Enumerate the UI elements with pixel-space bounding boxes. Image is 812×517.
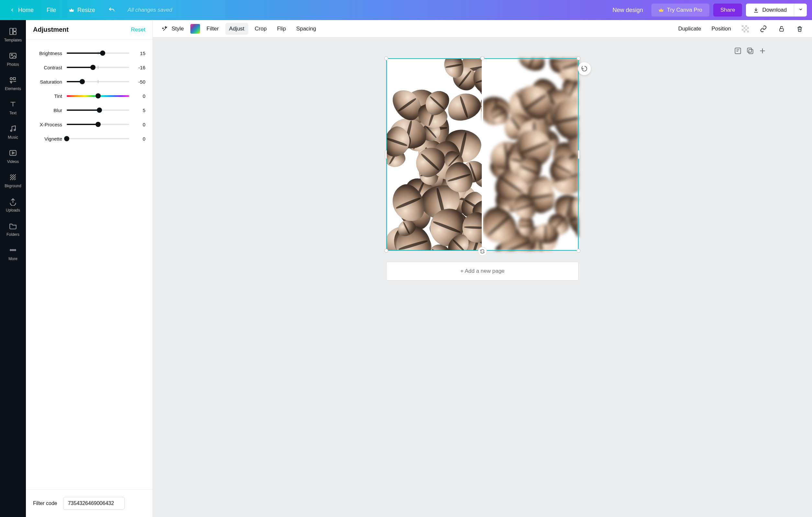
resize-handle-tr[interactable] xyxy=(577,56,581,60)
color-picker[interactable] xyxy=(191,24,200,34)
try-pro-button[interactable]: Try Canva Pro xyxy=(651,4,709,17)
slider-label: Saturation xyxy=(33,79,62,85)
filter-code-label: Filter code xyxy=(33,500,57,506)
home-button[interactable]: Home xyxy=(5,4,38,16)
position-button[interactable]: Position xyxy=(708,23,735,35)
rail-item-music[interactable]: Music xyxy=(0,120,26,144)
slider-tint: Tint0 xyxy=(33,89,145,103)
resize-handle-tm[interactable] xyxy=(481,56,484,60)
share-button[interactable]: Share xyxy=(713,4,742,17)
slider-thumb[interactable] xyxy=(64,136,69,141)
svg-rect-24 xyxy=(749,50,753,54)
svg-point-12 xyxy=(14,249,16,251)
slider-thumb[interactable] xyxy=(80,79,85,84)
filter-button[interactable]: Filter xyxy=(203,23,223,35)
slider-track[interactable] xyxy=(67,50,129,56)
svg-point-4 xyxy=(11,54,12,56)
svg-rect-6 xyxy=(13,77,16,80)
svg-rect-2 xyxy=(13,32,16,35)
resize-menu[interactable]: Resize xyxy=(64,4,100,16)
canvas-page[interactable] xyxy=(386,58,579,251)
resize-handle-tl[interactable] xyxy=(384,56,388,60)
lock-icon xyxy=(778,25,785,33)
slider-thumb[interactable] xyxy=(90,65,95,70)
reset-button[interactable]: Reset xyxy=(131,27,145,33)
adjust-button[interactable]: Adjust xyxy=(225,23,248,35)
svg-rect-18 xyxy=(742,29,744,31)
resize-handle-br[interactable] xyxy=(577,249,581,253)
svg-rect-0 xyxy=(10,28,12,35)
slider-thumb[interactable] xyxy=(100,51,105,56)
rail-item-elements[interactable]: Elements xyxy=(0,71,26,96)
slider-track[interactable] xyxy=(67,64,129,71)
rail-item-bkground[interactable]: Bkground xyxy=(0,168,26,193)
rail-label: Templates xyxy=(4,38,22,43)
slider-label: X-Process xyxy=(33,122,62,127)
slider-label: Brightness xyxy=(33,51,62,56)
page-duplicate-button[interactable] xyxy=(746,47,754,55)
top-bar: Home File Resize All changes saved New d… xyxy=(0,0,812,20)
slider-label: Tint xyxy=(33,93,62,99)
rail-item-more[interactable]: More xyxy=(0,241,26,266)
panel-title: Adjustment xyxy=(33,26,69,33)
transparency-button[interactable] xyxy=(737,22,753,35)
resize-handle-right[interactable] xyxy=(578,150,580,159)
slider-track[interactable] xyxy=(67,107,129,113)
resize-handle-bl[interactable] xyxy=(384,249,388,253)
page-notes-button[interactable] xyxy=(734,47,742,55)
new-design-button[interactable]: New design xyxy=(608,4,647,16)
download-icon xyxy=(753,7,759,13)
wand-icon xyxy=(161,25,169,33)
spacing-label: Spacing xyxy=(296,26,316,32)
flip-button[interactable]: Flip xyxy=(273,23,290,35)
download-caret[interactable] xyxy=(794,4,807,17)
filter-code-input[interactable] xyxy=(63,497,125,510)
slider-track[interactable] xyxy=(67,135,129,142)
rail-item-videos[interactable]: Videos xyxy=(0,144,26,168)
rail-item-folders[interactable]: Folders xyxy=(0,217,26,241)
page-add-button[interactable] xyxy=(758,47,767,55)
rotate-button[interactable] xyxy=(578,62,591,75)
duplicate-label: Duplicate xyxy=(678,26,701,32)
rail-label: Uploads xyxy=(6,208,20,213)
slider-thumb[interactable] xyxy=(95,122,101,127)
slider-track[interactable] xyxy=(67,78,129,85)
slider-track[interactable] xyxy=(67,121,129,128)
rail-item-text[interactable]: Text xyxy=(0,96,26,120)
slider-thumb[interactable] xyxy=(97,108,102,113)
duplicate-button[interactable]: Duplicate xyxy=(674,23,705,35)
add-page-button[interactable]: + Add a new page xyxy=(386,262,579,280)
music-icon xyxy=(9,125,17,134)
templates-icon xyxy=(9,27,17,36)
rail-label: Bkground xyxy=(4,184,21,188)
slider-track[interactable] xyxy=(67,93,129,99)
filter-label: Filter xyxy=(207,26,219,32)
rail-item-uploads[interactable]: Uploads xyxy=(0,193,26,217)
compare-divider[interactable] xyxy=(482,58,483,251)
style-button[interactable]: Style xyxy=(157,22,188,35)
rail-label: Videos xyxy=(7,159,19,164)
svg-rect-25 xyxy=(747,48,751,52)
save-status: All changes saved xyxy=(124,7,172,13)
link-button[interactable] xyxy=(756,22,771,35)
share-label: Share xyxy=(720,7,735,13)
videos-icon xyxy=(9,149,17,158)
delete-button[interactable] xyxy=(792,22,808,35)
chevron-down-icon xyxy=(799,7,803,13)
slider-label: Vignette xyxy=(33,136,62,141)
slider-thumb[interactable] xyxy=(95,93,101,99)
lock-button[interactable] xyxy=(774,22,789,35)
spacing-button[interactable]: Spacing xyxy=(292,23,320,35)
download-button[interactable]: Download xyxy=(746,4,794,17)
file-menu[interactable]: File xyxy=(42,4,61,16)
slider-label: Blur xyxy=(33,108,62,113)
undo-button[interactable] xyxy=(104,4,120,16)
resize-handle-left[interactable] xyxy=(385,150,387,159)
rail-item-photos[interactable]: Photos xyxy=(0,47,26,71)
canvas-area[interactable]: + Add a new page xyxy=(153,37,812,517)
svg-rect-20 xyxy=(744,30,746,32)
crop-button[interactable]: Crop xyxy=(251,23,271,35)
slider-label: Contrast xyxy=(33,65,62,70)
svg-rect-23 xyxy=(735,48,741,53)
rail-item-templates[interactable]: Templates xyxy=(0,23,26,47)
